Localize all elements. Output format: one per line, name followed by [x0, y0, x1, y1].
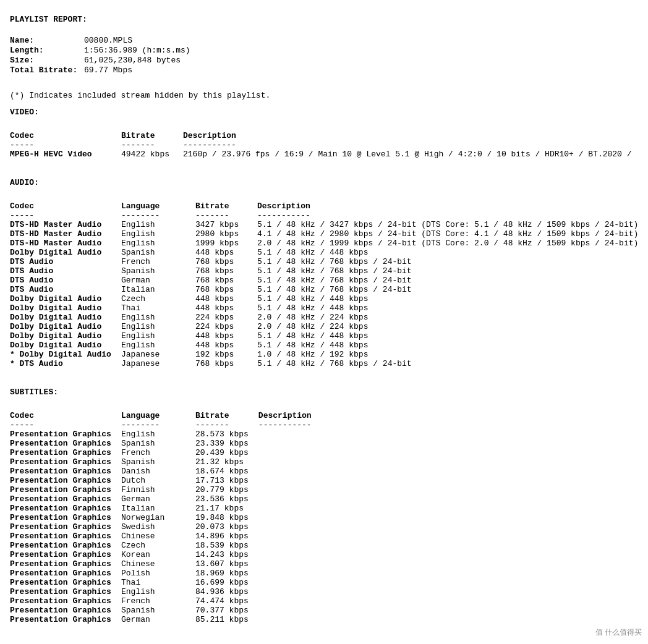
audio-row-2: DTS-HD Master Audio English 1999 kbps 2.…	[10, 239, 648, 248]
sub-desc-15	[258, 569, 326, 578]
sub-bitrate-10: 20.073 kbps	[195, 522, 258, 532]
video-row-0: MPEG-H HEVC Video 49422 kbps 2160p / 23.…	[10, 150, 642, 159]
sub-lang-0: English	[121, 430, 195, 439]
sub-codec-3: Presentation Graphics	[10, 457, 121, 467]
audio-lang-15: Japanese	[121, 359, 195, 368]
length-value: 1:56:36.989 (h:m:s.ms)	[84, 46, 190, 55]
audio-codec-5: DTS Audio	[10, 266, 121, 276]
audio-desc-4: 5.1 / 48 kHz / 768 kbps / 24-bit	[257, 257, 648, 266]
audio-codec-15: * DTS Audio	[10, 359, 121, 368]
audio-row-5: DTS Audio Spanish 768 kbps 5.1 / 48 kHz …	[10, 266, 648, 276]
audio-bitrate-12: 448 kbps	[195, 331, 257, 341]
audio-desc-2: 2.0 / 48 kHz / 1999 kbps / 24-bit (DTS C…	[257, 239, 648, 248]
sub-desc-16	[258, 578, 326, 587]
audio-bitrate-13: 448 kbps	[195, 341, 257, 350]
audio-desc-13: 5.1 / 48 kHz / 448 kbps	[257, 341, 648, 350]
audio-row-15: * DTS Audio Japanese 768 kbps 5.1 / 48 k…	[10, 359, 648, 368]
audio-codec-11: Dolby Digital Audio	[10, 322, 121, 331]
sub-codec-16: Presentation Graphics	[10, 578, 121, 587]
audio-codec-10: Dolby Digital Audio	[10, 313, 121, 322]
sub-div4: -----------	[258, 420, 326, 430]
sub-codec-7: Presentation Graphics	[10, 494, 121, 504]
audio-bitrate-11: 224 kbps	[195, 322, 257, 331]
audio-col-lang: Language	[121, 201, 195, 211]
sub-bitrate-7: 23.536 kbps	[195, 494, 258, 504]
length-label: Length:	[10, 46, 84, 55]
sub-desc-14	[258, 559, 326, 569]
audio-desc-6: 5.1 / 48 kHz / 768 kbps / 24-bit	[257, 276, 648, 285]
audio-row-11: Dolby Digital Audio English 224 kbps 2.0…	[10, 322, 648, 331]
audio-div2: --------	[121, 211, 195, 220]
audio-bitrate-1: 2980 kbps	[195, 229, 257, 239]
audio-desc-9: 5.1 / 48 kHz / 448 kbps	[257, 303, 648, 313]
name-label: Name:	[10, 36, 84, 45]
sub-desc-0	[258, 430, 326, 439]
audio-col-codec: Codec	[10, 201, 121, 211]
sub-lang-6: Finnish	[121, 485, 195, 494]
audio-codec-13: Dolby Digital Audio	[10, 341, 121, 350]
name-value: 00800.MPLS	[84, 36, 132, 45]
audio-desc-8: 5.1 / 48 kHz / 448 kbps	[257, 294, 648, 303]
video-section-title: VIDEO:	[10, 108, 638, 117]
audio-col-desc: Description	[257, 201, 648, 211]
audio-desc-5: 5.1 / 48 kHz / 768 kbps / 24-bit	[257, 266, 648, 276]
report-title: PLAYLIST REPORT:	[10, 15, 638, 24]
audio-codec-7: DTS Audio	[10, 285, 121, 294]
sub-row-20: Presentation Graphics German 85.211 kbps	[10, 615, 326, 624]
sub-row-16: Presentation Graphics Thai 16.699 kbps	[10, 578, 326, 587]
video-desc-0: 2160p / 23.976 fps / 16:9 / Main 10 @ Le…	[183, 150, 642, 159]
size-label: Size:	[10, 56, 84, 65]
subtitles-table: Codec Language Bitrate Description -----…	[10, 411, 326, 624]
audio-row-3: Dolby Digital Audio Spanish 448 kbps 5.1…	[10, 248, 648, 257]
sub-lang-9: Norwegian	[121, 513, 195, 522]
audio-row-14: * Dolby Digital Audio Japanese 192 kbps …	[10, 350, 648, 359]
sub-bitrate-11: 14.896 kbps	[195, 532, 258, 541]
sub-row-14: Presentation Graphics Chinese 13.607 kbp…	[10, 559, 326, 569]
video-divider-row: ----- ------- -----------	[10, 140, 642, 150]
sub-lang-11: Chinese	[121, 532, 195, 541]
sub-lang-13: Korean	[121, 550, 195, 559]
video-col-codec: Codec	[10, 131, 121, 140]
video-div3: -----------	[183, 140, 642, 150]
sub-row-2: Presentation Graphics French 20.439 kbps	[10, 448, 326, 457]
audio-row-1: DTS-HD Master Audio English 2980 kbps 4.…	[10, 229, 648, 239]
sub-codec-8: Presentation Graphics	[10, 504, 121, 513]
audio-row-9: Dolby Digital Audio Thai 448 kbps 5.1 / …	[10, 303, 648, 313]
sub-bitrate-14: 13.607 kbps	[195, 559, 258, 569]
meta-size-row: Size: 61,025,230,848 bytes	[10, 56, 638, 65]
sub-lang-17: English	[121, 587, 195, 596]
audio-lang-6: German	[121, 276, 195, 285]
sub-desc-10	[258, 522, 326, 532]
report-container: PLAYLIST REPORT: Name: 00800.MPLS Length…	[10, 15, 638, 624]
sub-row-17: Presentation Graphics English 84.936 kbp…	[10, 587, 326, 596]
audio-desc-12: 5.1 / 48 kHz / 448 kbps	[257, 331, 648, 341]
audio-div1: -----	[10, 211, 121, 220]
sub-lang-14: Chinese	[121, 559, 195, 569]
sub-desc-11	[258, 532, 326, 541]
audio-row-12: Dolby Digital Audio English 448 kbps 5.1…	[10, 331, 648, 341]
sub-bitrate-0: 28.573 kbps	[195, 430, 258, 439]
audio-codec-4: DTS Audio	[10, 257, 121, 266]
audio-lang-7: Italian	[121, 285, 195, 294]
audio-row-13: Dolby Digital Audio English 448 kbps 5.1…	[10, 341, 648, 350]
audio-bitrate-3: 448 kbps	[195, 248, 257, 257]
audio-desc-15: 5.1 / 48 kHz / 768 kbps / 24-bit	[257, 359, 648, 368]
sub-bitrate-9: 19.848 kbps	[195, 513, 258, 522]
sub-codec-6: Presentation Graphics	[10, 485, 121, 494]
sub-bitrate-15: 18.969 kbps	[195, 569, 258, 578]
bitrate-label: Total Bitrate:	[10, 66, 84, 75]
sub-lang-5: Dutch	[121, 476, 195, 485]
sub-row-15: Presentation Graphics Polish 18.969 kbps	[10, 569, 326, 578]
sub-bitrate-1: 23.339 kbps	[195, 439, 258, 448]
sub-lang-7: German	[121, 494, 195, 504]
sub-row-18: Presentation Graphics French 74.474 kbps	[10, 596, 326, 606]
audio-bitrate-0: 3427 kbps	[195, 220, 257, 229]
sub-desc-1	[258, 439, 326, 448]
audio-codec-2: DTS-HD Master Audio	[10, 239, 121, 248]
sub-codec-12: Presentation Graphics	[10, 541, 121, 550]
sub-bitrate-16: 16.699 kbps	[195, 578, 258, 587]
audio-desc-14: 1.0 / 48 kHz / 192 kbps	[257, 350, 648, 359]
audio-lang-10: English	[121, 313, 195, 322]
sub-desc-2	[258, 448, 326, 457]
sub-codec-14: Presentation Graphics	[10, 559, 121, 569]
